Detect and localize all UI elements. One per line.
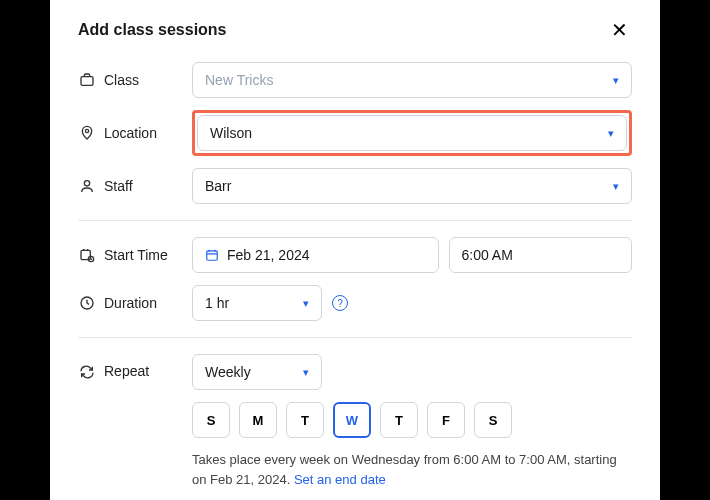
svg-point-2 <box>84 181 89 186</box>
chevron-down-icon: ▾ <box>613 74 619 87</box>
divider <box>78 220 632 221</box>
staff-row: Staff Barr ▾ <box>78 168 632 204</box>
start-time-label: Start Time <box>104 247 184 263</box>
class-label: Class <box>104 72 184 88</box>
location-select[interactable]: Wilson ▾ <box>197 115 627 151</box>
location-highlight: Wilson ▾ <box>192 110 632 156</box>
svg-point-1 <box>85 129 88 132</box>
start-time-row: Start Time Feb 21, 2024 6:00 AM <box>78 237 632 273</box>
staff-value: Barr <box>205 178 231 194</box>
staff-select[interactable]: Barr ▾ <box>192 168 632 204</box>
duration-label: Duration <box>104 295 184 311</box>
calendar-icon <box>205 248 219 262</box>
date-input[interactable]: Feb 21, 2024 <box>192 237 439 273</box>
class-placeholder: New Tricks <box>205 72 273 88</box>
staff-label: Staff <box>104 178 184 194</box>
location-row: Location Wilson ▾ <box>78 110 632 156</box>
repeat-select[interactable]: Weekly ▾ <box>192 354 322 390</box>
location-label: Location <box>104 125 184 141</box>
day-button-4[interactable]: T <box>380 402 418 438</box>
day-button-2[interactable]: T <box>286 402 324 438</box>
divider <box>78 337 632 338</box>
chevron-down-icon: ▾ <box>303 366 309 379</box>
repeat-summary: Takes place every week on Wednesday from… <box>192 450 632 489</box>
briefcase-icon <box>78 71 96 89</box>
svg-rect-0 <box>81 77 93 86</box>
modal-title: Add class sessions <box>78 21 227 39</box>
person-icon <box>78 177 96 195</box>
duration-value: 1 hr <box>205 295 229 311</box>
day-button-6[interactable]: S <box>474 402 512 438</box>
repeat-summary-text: Takes place every week on Wednesday from… <box>192 452 617 487</box>
location-value: Wilson <box>210 125 252 141</box>
day-button-0[interactable]: S <box>192 402 230 438</box>
repeat-label: Repeat <box>104 363 184 379</box>
day-button-5[interactable]: F <box>427 402 465 438</box>
set-end-date-link[interactable]: Set an end date <box>294 472 386 487</box>
calendar-clock-icon <box>78 246 96 264</box>
day-button-1[interactable]: M <box>239 402 277 438</box>
chevron-down-icon: ▾ <box>608 127 614 140</box>
repeat-row: Repeat Weekly ▾ SMTWTFS Takes place ever… <box>78 354 632 489</box>
repeat-value: Weekly <box>205 364 251 380</box>
close-button[interactable]: ✕ <box>607 18 632 42</box>
duration-select[interactable]: 1 hr ▾ <box>192 285 322 321</box>
class-select[interactable]: New Tricks ▾ <box>192 62 632 98</box>
help-icon[interactable]: ? <box>332 295 348 311</box>
chevron-down-icon: ▾ <box>303 297 309 310</box>
day-button-3[interactable]: W <box>333 402 371 438</box>
time-input[interactable]: 6:00 AM <box>449 237 633 273</box>
date-value: Feb 21, 2024 <box>227 247 310 263</box>
location-pin-icon <box>78 124 96 142</box>
chevron-down-icon: ▾ <box>613 180 619 193</box>
days-row: SMTWTFS <box>192 402 632 438</box>
repeat-icon <box>78 363 96 381</box>
time-value: 6:00 AM <box>462 247 513 263</box>
svg-rect-5 <box>207 251 218 260</box>
add-class-sessions-modal: Add class sessions ✕ Class New Tricks ▾ … <box>50 0 660 500</box>
duration-row: Duration 1 hr ▾ ? <box>78 285 632 321</box>
class-row: Class New Tricks ▾ <box>78 62 632 98</box>
modal-header: Add class sessions ✕ <box>78 18 632 42</box>
clock-icon <box>78 294 96 312</box>
